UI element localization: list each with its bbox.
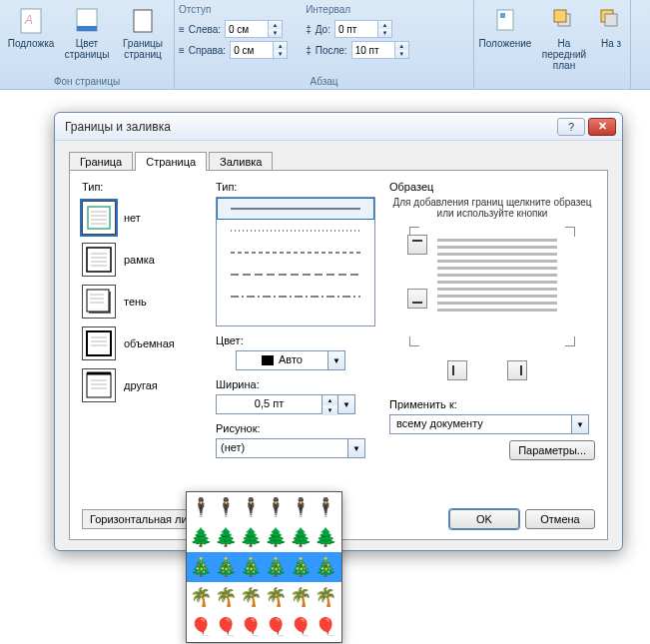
type-column: Тип: нет рамка тень	[82, 181, 202, 529]
tab-panel: Тип: нет рамка тень	[69, 170, 608, 540]
style-column: Тип: Цвет: Авто ▼ Ширина: 0,5 пт ▲▼ ▼ Ри…	[216, 181, 375, 529]
spacing-after-spinner[interactable]: ▲▼	[351, 41, 409, 59]
chevron-down-icon[interactable]: ▼	[571, 415, 588, 433]
bring-front-button[interactable]: На передний план	[534, 2, 594, 73]
width-value: 0,5 пт	[217, 395, 322, 413]
type-box-icon	[82, 243, 116, 277]
border-left-button[interactable]	[447, 360, 467, 380]
width-combo[interactable]: 0,5 пт ▲▼ ▼	[216, 394, 355, 414]
tab-shading[interactable]: Заливка	[209, 152, 273, 171]
indent-left-label: Слева:	[189, 24, 221, 35]
art-item[interactable]: 🎈🎈🎈🎈🎈🎈	[187, 612, 341, 642]
position-button[interactable]: Положение	[478, 2, 532, 51]
svg-rect-6	[500, 13, 505, 18]
page-color-button[interactable]: Цвет страницы	[60, 2, 114, 62]
page-borders-icon	[127, 4, 159, 36]
indent-right-spinner[interactable]: ▲▼	[230, 41, 288, 59]
indent-label: Отступ	[179, 4, 288, 15]
close-button[interactable]: ✕	[588, 118, 616, 136]
type-3d-icon	[82, 326, 116, 360]
indent-left-icon: ≡	[179, 24, 185, 35]
border-top-button[interactable]	[407, 235, 427, 255]
svg-rect-10	[605, 14, 617, 26]
border-bottom-button[interactable]	[407, 289, 427, 309]
page-borders-button[interactable]: Границы страниц	[116, 2, 170, 62]
page-color-label: Цвет страницы	[62, 38, 112, 60]
art-dropdown[interactable]: 🕴🕴🕴🕴🕴🕴 🌲🌲🌲🌲🌲🌲 🎄🎄🎄🎄🎄🎄 🌴🌴🌴🌴🌴🌴 🎈🎈🎈🎈🎈🎈	[186, 491, 342, 643]
spacing-after-label: После:	[316, 45, 347, 56]
down-arrow-icon[interactable]: ▼	[269, 29, 282, 37]
art-item[interactable]: 🌲🌲🌲🌲🌲🌲	[187, 522, 341, 552]
tab-page[interactable]: Страница	[135, 152, 207, 171]
art-item[interactable]: 🌴🌴🌴🌴🌴🌴	[187, 582, 341, 612]
spacing-before-spinner[interactable]: ▲▼	[334, 20, 392, 38]
ribbon-group-page-background: A Подложка Цвет страницы Границы страниц…	[0, 0, 175, 89]
apply-value: всему документу	[390, 415, 571, 433]
color-combo[interactable]: Авто ▼	[236, 350, 345, 370]
type-none[interactable]: нет	[82, 197, 202, 239]
ok-button[interactable]: OK	[449, 509, 519, 529]
group-bg-title: Фон страницы	[4, 74, 170, 87]
watermark-button[interactable]: A Подложка	[4, 2, 58, 51]
line-style-dashed[interactable]	[217, 264, 374, 286]
art-value: (нет)	[217, 439, 347, 457]
chevron-down-icon[interactable]: ▼	[337, 395, 354, 413]
indent-right-input[interactable]	[231, 45, 273, 56]
tab-border[interactable]: Граница	[69, 152, 133, 171]
ribbon: A Подложка Цвет страницы Границы страниц…	[0, 0, 650, 90]
type-label: Тип:	[82, 181, 202, 193]
position-icon	[489, 4, 521, 36]
preview-lines	[437, 239, 557, 312]
type-custom[interactable]: другая	[82, 364, 202, 406]
svg-rect-22	[87, 290, 109, 312]
preview-canvas[interactable]	[409, 227, 575, 346]
ribbon-group-paragraph: Отступ ≡ Слева: ▲▼ ≡ Справа:	[175, 0, 474, 89]
type-shadow-icon	[82, 285, 116, 319]
type-box-label: рамка	[124, 254, 155, 266]
dialog-titlebar[interactable]: Границы и заливка ? ✕	[55, 113, 622, 141]
art-item[interactable]: 🕴🕴🕴🕴🕴🕴	[187, 492, 341, 522]
options-button[interactable]: Параметры...	[509, 440, 595, 460]
bring-front-icon	[548, 4, 580, 36]
type-3d[interactable]: объемная	[82, 322, 202, 364]
ribbon-group-arrange: Положение На передний план На з	[474, 0, 631, 89]
line-style-dotted[interactable]	[217, 220, 374, 242]
cancel-button[interactable]: Отмена	[525, 509, 595, 529]
help-icon: ?	[568, 121, 574, 133]
indent-right-label: Справа:	[189, 45, 226, 56]
line-style-fine-dash[interactable]	[217, 242, 374, 264]
chevron-down-icon[interactable]: ▼	[327, 351, 344, 369]
preview-hint: Для добавления границ щелкните образец и…	[389, 197, 595, 219]
art-combo[interactable]: (нет) ▼	[216, 438, 365, 458]
spacing-before-icon: ‡	[306, 24, 312, 35]
spacing-before-input[interactable]	[335, 24, 377, 35]
svg-text:A: A	[24, 13, 33, 27]
border-right-button[interactable]	[507, 360, 527, 380]
line-style-dashdot[interactable]	[217, 286, 374, 308]
art-item[interactable]: 🎄🎄🎄🎄🎄🎄	[187, 552, 341, 582]
line-style-solid[interactable]	[217, 198, 374, 220]
line-style-list[interactable]	[216, 197, 375, 326]
indent-left-input[interactable]	[226, 24, 268, 35]
type-shadow-label: тень	[124, 296, 147, 308]
svg-rect-8	[554, 10, 566, 22]
type-none-label: нет	[124, 212, 141, 224]
svg-rect-4	[134, 10, 152, 32]
type-3d-label: объемная	[124, 337, 175, 349]
send-back-icon	[595, 4, 627, 36]
indent-left-spinner[interactable]: ▲▼	[225, 20, 283, 38]
page-borders-label: Границы страниц	[118, 38, 168, 60]
send-back-button[interactable]: На з	[596, 2, 626, 51]
type-box[interactable]: рамка	[82, 239, 202, 281]
group-para-title: Абзац	[179, 74, 469, 87]
chevron-down-icon[interactable]: ▼	[347, 439, 364, 457]
apply-combo[interactable]: всему документу ▼	[389, 414, 589, 434]
help-button[interactable]: ?	[557, 118, 585, 136]
type-shadow[interactable]: тень	[82, 281, 202, 322]
borders-shading-dialog: Границы и заливка ? ✕ Граница Страница З…	[54, 112, 623, 551]
svg-rect-16	[87, 248, 111, 272]
up-arrow-icon[interactable]: ▲	[269, 21, 282, 29]
type-none-icon	[82, 201, 116, 235]
spacing-after-input[interactable]	[352, 45, 394, 56]
type-custom-label: другая	[124, 379, 158, 391]
